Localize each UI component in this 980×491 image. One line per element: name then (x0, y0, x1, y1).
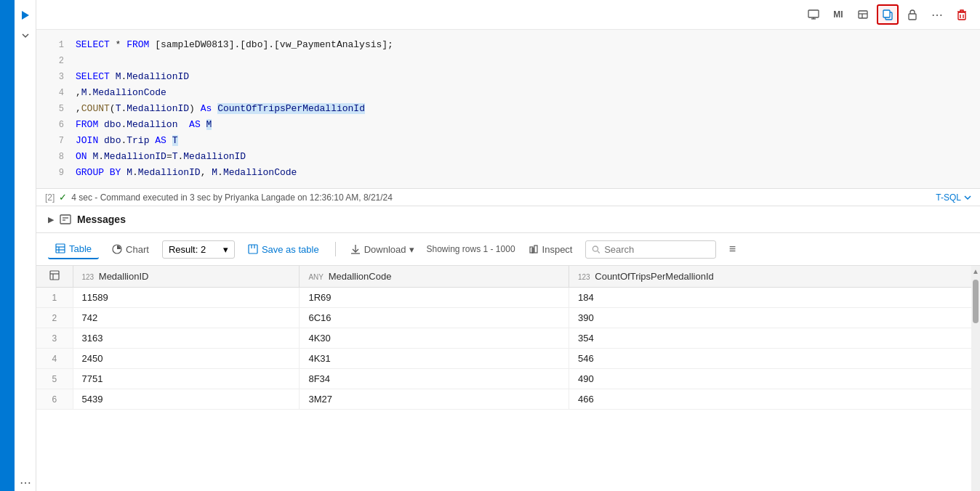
run-button[interactable] (17, 7, 33, 23)
cell-medallion-id-4: 2450 (73, 349, 300, 369)
messages-icon (60, 214, 71, 225)
svg-rect-1 (808, 10, 819, 17)
save-icon (248, 244, 258, 254)
table-row: 1 11589 1R69 184 (36, 288, 980, 308)
cell-medallion-code-3: 4K30 (300, 328, 569, 349)
lock-button[interactable] (901, 4, 923, 25)
cell-medallion-code-1: 1R69 (300, 288, 569, 308)
svg-rect-13 (60, 215, 71, 224)
table-header-medallion-id[interactable]: 123 MedallionID (73, 266, 300, 288)
status-message: 4 sec - Command executed in 3 sec by Pri… (71, 192, 393, 203)
cell-count-1: 184 (569, 288, 979, 308)
table-container: 123 MedallionID ANY MedallionCode 123 Co… (36, 266, 980, 491)
cell-medallion-id-3: 3163 (73, 328, 300, 349)
chart-icon (112, 244, 122, 254)
code-editor: 1 SELECT * FROM [sampleDW0813].[dbo].[vw… (36, 30, 980, 189)
code-line-9: 9 GROUP BY M.MedallionID, M.MedallionCod… (36, 165, 980, 181)
dropdown-arrow: ▾ (223, 244, 228, 255)
search-icon (592, 245, 601, 254)
svg-rect-4 (859, 11, 867, 18)
messages-label: Messages (77, 214, 126, 225)
cell-medallion-id-5: 7751 (73, 369, 300, 389)
row-num-2: 2 (36, 308, 73, 328)
monitor-icon-button[interactable] (803, 4, 824, 25)
delete-button[interactable] (951, 4, 973, 25)
view-button[interactable] (852, 4, 874, 25)
cell-medallion-code-2: 6C16 (300, 308, 569, 328)
table-header-checkbox[interactable] (36, 266, 73, 288)
more-options-button[interactable]: ⋯ (15, 474, 36, 491)
row-num-4: 4 (36, 349, 73, 369)
data-table: 123 MedallionID ANY MedallionCode 123 Co… (36, 266, 980, 410)
save-as-table-button[interactable]: Save as table (241, 240, 326, 259)
svg-rect-31 (50, 271, 59, 280)
cell-medallion-code-5: 8F34 (300, 369, 569, 389)
cell-medallion-id-2: 742 (73, 308, 300, 328)
search-box[interactable] (585, 240, 716, 259)
cell-medallion-id-1: 11589 (73, 288, 300, 308)
table-tab-label: Table (69, 243, 92, 254)
toolbar-row: MI ⋯ (36, 0, 980, 30)
cell-count-2: 390 (569, 308, 979, 328)
left-sidebar (0, 0, 15, 491)
inspect-button[interactable]: Inspect (521, 240, 580, 259)
copy-button[interactable] (877, 4, 899, 25)
left-panel: ⋯ (15, 0, 36, 491)
code-line-8: 8 ON M.MedallionID=T.MedallionID (36, 149, 980, 165)
svg-rect-10 (958, 12, 965, 20)
result-dropdown[interactable]: Result: 2 ▾ (162, 240, 235, 259)
status-left: [2] ✓ 4 sec - Command executed in 3 sec … (45, 192, 393, 203)
code-line-1: 1 SELECT * FROM [sampleDW0813].[dbo].[vw… (36, 37, 980, 53)
cell-count-3: 354 (569, 328, 979, 349)
table-header-medallion-code[interactable]: ANY MedallionCode (300, 266, 569, 288)
save-as-table-label: Save as table (262, 244, 319, 255)
svg-rect-8 (883, 10, 890, 17)
table-row: 3 3163 4K30 354 (36, 328, 980, 349)
search-input[interactable] (604, 244, 710, 255)
content-area: MI ⋯ 1 SELECT * FROM [sampleDW0813].[dbo… (36, 0, 980, 491)
svg-point-29 (593, 246, 598, 251)
download-label: Download (364, 244, 406, 255)
row-num-5: 5 (36, 369, 73, 389)
cell-ref: [2] (45, 192, 55, 203)
cell-medallion-code-4: 4K31 (300, 349, 569, 369)
code-line-2: 2 (36, 53, 980, 69)
code-line-6: 6 FROM dbo.Medallion AS M (36, 117, 980, 133)
svg-rect-27 (534, 246, 537, 253)
scroll-thumb[interactable] (973, 280, 979, 323)
code-line-7: 7 JOIN dbo.Trip AS T (36, 133, 980, 149)
code-line-3: 3 SELECT M.MedallionID (36, 69, 980, 85)
row-num-3: 3 (36, 328, 73, 349)
rows-info: Showing rows 1 - 1000 (426, 244, 515, 254)
svg-rect-9 (909, 14, 916, 20)
filter-button[interactable]: ≡ (722, 239, 742, 259)
table-icon (55, 243, 65, 253)
svg-rect-16 (56, 244, 65, 253)
download-button[interactable]: Download ▾ (345, 240, 421, 259)
table-tab[interactable]: Table (48, 240, 99, 259)
scrollbar[interactable]: ▲ (971, 266, 980, 491)
svg-marker-0 (22, 11, 29, 20)
scroll-up-arrow[interactable]: ▲ (971, 266, 980, 277)
ellipsis-toolbar-button[interactable]: ⋯ (926, 4, 948, 25)
result-dropdown-label: Result: 2 (169, 244, 206, 255)
chart-tab[interactable]: Chart (105, 240, 156, 259)
results-toolbar: Table Chart Result: 2 ▾ Save as table (36, 233, 980, 266)
row-num-1: 1 (36, 288, 73, 308)
cell-count-5: 490 (569, 369, 979, 389)
table-row: 6 5439 3M27 466 (36, 389, 980, 410)
mi-button[interactable]: MI (827, 4, 849, 25)
table-header-row: 123 MedallionID ANY MedallionCode 123 Co… (36, 266, 980, 288)
table-header-count[interactable]: 123 CountOfTripsPerMedallionId (569, 266, 979, 288)
chart-tab-label: Chart (126, 244, 149, 255)
cell-medallion-id-6: 5439 (73, 389, 300, 410)
messages-expand-icon[interactable]: ▶ (48, 215, 54, 224)
svg-line-30 (598, 251, 601, 253)
download-arrow: ▾ (409, 244, 414, 255)
cell-medallion-code-6: 3M27 (300, 389, 569, 410)
inspect-label: Inspect (542, 244, 573, 255)
cell-count-4: 546 (569, 349, 979, 369)
collapse-button[interactable] (17, 28, 33, 44)
status-bar: [2] ✓ 4 sec - Command executed in 3 sec … (36, 189, 980, 206)
status-lang[interactable]: T-SQL (936, 192, 971, 203)
